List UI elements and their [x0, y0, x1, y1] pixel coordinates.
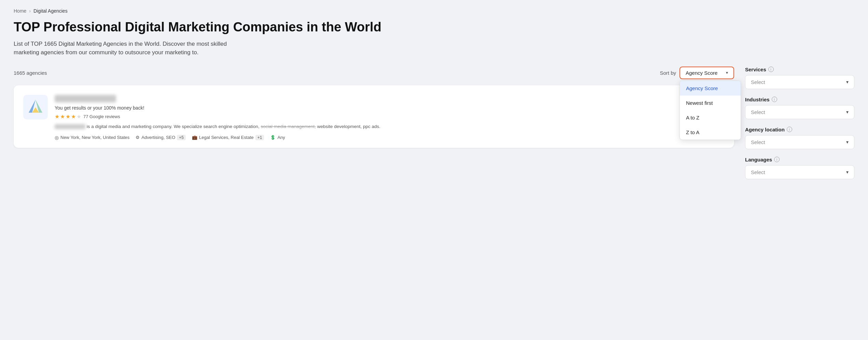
services-select-value: Select — [751, 79, 765, 85]
filter-group-agency-location: Agency location i Select ▾ — [745, 127, 854, 149]
agency-name-inline-blurred — [55, 124, 85, 129]
industries-text: Legal Services, Real Estate — [199, 135, 254, 140]
services-icon: ⚙ — [136, 135, 140, 140]
filter-label-languages: Languages — [745, 157, 772, 162]
filter-group-services: Services i Select ▾ — [745, 67, 854, 89]
industries-info-icon[interactable]: i — [772, 97, 777, 102]
languages-select-button[interactable]: Select ▾ — [745, 165, 854, 179]
industries-select-value: Select — [751, 109, 765, 115]
breadcrumb: Home › Digital Agencies — [14, 8, 854, 14]
agency-logo — [23, 95, 48, 119]
agency-location-chevron-icon: ▾ — [846, 139, 849, 145]
agency-info: You get results or your 100% money back!… — [55, 95, 725, 140]
star-1: ★ — [55, 113, 59, 120]
sort-label: Sort by — [660, 70, 676, 76]
filter-label-row-agency-location: Agency location i — [745, 127, 854, 132]
agency-count: 1665 agencies — [14, 70, 47, 76]
agency-desc-strikethrough: social media management, — [261, 124, 316, 129]
breadcrumb-home[interactable]: Home — [14, 8, 26, 14]
page-description: List of TOP 1665 Digital Marketing Agenc… — [14, 40, 253, 57]
services-text: Advertising, SEO — [141, 135, 175, 140]
filter-label-agency-location: Agency location — [745, 127, 785, 132]
industries-select-button[interactable]: Select ▾ — [745, 105, 854, 119]
breadcrumb-current: Digital Agencies — [33, 8, 68, 14]
filter-group-languages: Languages i Select ▾ — [745, 157, 854, 179]
agency-desc-end: website development, ppc ads. — [317, 124, 380, 129]
star-5-empty: ★ — [76, 113, 81, 120]
sort-dropdown-wrapper: Agency Score ▾ Agency Score Newest first… — [680, 67, 734, 79]
budget-text: Any — [277, 135, 285, 140]
services-chevron-icon: ▾ — [846, 79, 849, 85]
page-title: TOP Professional Digital Marketing Compa… — [14, 20, 854, 35]
sort-option-a-to-z[interactable]: A to Z — [680, 110, 741, 125]
budget-icon: 💲 — [270, 135, 276, 140]
meta-location: ◎ New York, New York, United States — [55, 135, 129, 140]
filter-label-row-services: Services i — [745, 67, 854, 72]
agency-location-select-button[interactable]: Select ▾ — [745, 135, 854, 149]
content-area: 1665 agencies Sort by Agency Score ▾ Age… — [14, 67, 734, 148]
agency-logo-svg — [26, 98, 45, 117]
languages-chevron-icon: ▾ — [846, 169, 849, 175]
sort-menu: Agency Score Newest first A to Z Z to A — [680, 81, 741, 140]
filter-group-industries: Industries i Select ▾ — [745, 97, 854, 119]
services-info-icon[interactable]: i — [768, 67, 774, 72]
sort-option-z-to-a[interactable]: Z to A — [680, 125, 741, 140]
filter-label-services: Services — [745, 67, 766, 72]
agency-location-select-value: Select — [751, 139, 765, 145]
sort-area: Sort by Agency Score ▾ Agency Score Newe… — [660, 67, 734, 79]
breadcrumb-separator: › — [29, 8, 31, 14]
star-4: ★ — [71, 113, 76, 120]
location-text: New York, New York, United States — [60, 135, 129, 140]
meta-row: ◎ New York, New York, United States ⚙ Ad… — [55, 135, 725, 140]
stars-row: ★ ★ ★ ★ ★ 77 Google reviews — [55, 113, 725, 120]
industries-more: +1 — [255, 135, 264, 140]
services-select-button[interactable]: Select ▾ — [745, 75, 854, 89]
list-header: 1665 agencies Sort by Agency Score ▾ Age… — [14, 67, 734, 79]
review-count: 77 Google reviews — [83, 114, 120, 119]
stars: ★ ★ ★ ★ ★ — [55, 113, 81, 120]
agency-name-blurred — [55, 95, 116, 102]
meta-industries: 💼 Legal Services, Real Estate +1 — [192, 135, 264, 140]
sort-dropdown-button[interactable]: Agency Score ▾ — [680, 67, 734, 79]
filter-label-row-industries: Industries i — [745, 97, 854, 102]
location-icon: ◎ — [55, 135, 59, 140]
star-2: ★ — [60, 113, 65, 120]
sort-option-agency-score[interactable]: Agency Score — [680, 81, 741, 96]
services-more: +5 — [177, 135, 186, 140]
languages-select-value: Select — [751, 169, 765, 175]
agency-location-info-icon[interactable]: i — [787, 127, 792, 132]
industries-chevron-icon: ▾ — [846, 109, 849, 115]
card-inner: You get results or your 100% money back!… — [23, 95, 725, 140]
agency-tagline: You get results or your 100% money back! — [55, 105, 725, 111]
sidebar-filters: Services i Select ▾ Industries i Select … — [745, 67, 854, 187]
main-layout: 1665 agencies Sort by Agency Score ▾ Age… — [14, 67, 854, 187]
industries-icon: 💼 — [192, 135, 197, 140]
agency-description: is a digital media and marketing company… — [55, 123, 725, 130]
agency-desc-middle: is a digital media and marketing company… — [87, 124, 260, 129]
languages-info-icon[interactable]: i — [774, 157, 780, 162]
filter-label-industries: Industries — [745, 97, 770, 102]
meta-services: ⚙ Advertising, SEO +5 — [136, 135, 186, 140]
agency-card: You get results or your 100% money back!… — [14, 85, 734, 148]
meta-budget: 💲 Any — [270, 135, 285, 140]
sort-option-newest-first[interactable]: Newest first — [680, 96, 741, 110]
sort-current-value: Agency Score — [686, 70, 717, 76]
star-3: ★ — [66, 113, 70, 120]
sort-chevron-icon: ▾ — [726, 70, 728, 75]
filter-label-row-languages: Languages i — [745, 157, 854, 162]
